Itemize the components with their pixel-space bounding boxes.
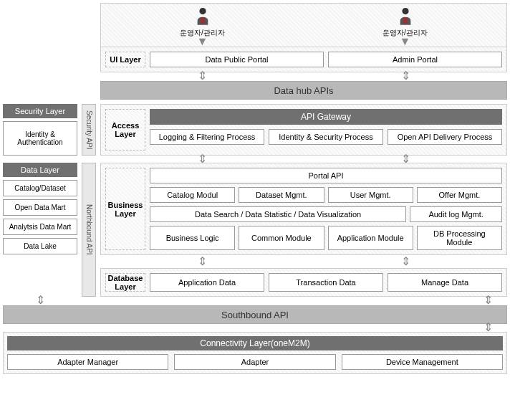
manage-data: Manage Data	[388, 273, 502, 292]
catalog-module: Catalog Modul	[150, 187, 235, 203]
arrow-down-icon: ▼	[382, 38, 428, 45]
bidir-arrow-icon: ⇕	[401, 156, 410, 163]
person-icon	[195, 6, 211, 25]
bidir-arrow-icon: ⇕	[198, 258, 207, 265]
security-api-label: Security API	[82, 104, 96, 156]
adapter: Adapter	[174, 354, 335, 370]
bidir-arrow-icon: ⇕	[401, 72, 410, 80]
api-gateway: API Gateway	[150, 109, 502, 125]
user-mgmt: User Mgmt.	[328, 187, 413, 203]
bidir-arrow-icon: ⇕	[483, 321, 493, 333]
adapter-manager: Adapter Manager	[7, 354, 168, 370]
transaction-data: Transaction Data	[269, 273, 383, 292]
business-layer-label: Business Layer	[105, 168, 145, 250]
arrow-down-icon: ▼	[180, 38, 225, 45]
device-management: Device Management	[342, 354, 503, 370]
bidir-arrow-icon: ⇕	[198, 156, 207, 163]
application-module: Application Module	[328, 226, 413, 250]
data-public-portal: Data Public Portal	[150, 52, 324, 67]
data-hub-apis-bar: Data hub APIs	[100, 81, 507, 100]
logging-filtering: Logging & Filtering Process	[150, 129, 264, 145]
business-logic: Business Logic	[150, 226, 235, 250]
common-module: Common Module	[239, 226, 324, 250]
open-data-mart: Open Data Mart	[3, 199, 77, 216]
identity-auth-box: Identity & Authentication	[3, 121, 77, 156]
data-search-stat-viz: Data Search / Data Statistic / Data Visu…	[150, 206, 406, 222]
bidir-arrow-icon: ⇕	[198, 72, 207, 80]
access-layer-label: Access Layer	[105, 109, 145, 151]
analysis-data-mart: Analytsis Data Mart	[3, 219, 77, 235]
bidir-arrow-icon: ⇕	[483, 294, 493, 306]
database-layer-label: Database Layer	[105, 273, 145, 292]
bidir-arrow-icon: ⇕	[3, 297, 77, 305]
offer-mgmt: Offer Mgmt.	[417, 187, 502, 203]
connectivity-header: Connectivity Layer(oneM2M)	[7, 336, 503, 350]
portal-api: Portal API	[150, 168, 502, 183]
svg-point-2	[402, 8, 408, 14]
data-layer-header: Data Layer	[3, 163, 77, 177]
svg-rect-3	[403, 18, 408, 24]
security-layer-header: Security Layer	[3, 104, 77, 118]
audit-log-mgmt: Audit log Mgmt.	[410, 206, 502, 222]
db-processing-module: DB Processing Module	[417, 226, 502, 250]
ui-layer-label: UI Layer	[105, 52, 145, 67]
bidir-arrow-icon: ⇕	[401, 258, 410, 265]
northbound-api-label: Northbound API	[82, 163, 96, 297]
data-lake: Data Lake	[3, 238, 77, 254]
svg-point-0	[199, 8, 206, 14]
identity-security: Identity & Security Process	[269, 129, 383, 145]
person-icon	[398, 6, 413, 25]
admin-portal: Admin Portal	[328, 52, 502, 67]
southbound-api-bar: Southbound API	[3, 305, 507, 324]
dataset-mgmt: Dataset Mgmt.	[239, 187, 324, 203]
catalog-dataset: Catalog/Dataset	[3, 180, 77, 196]
svg-rect-1	[201, 18, 205, 24]
application-data: Application Data	[150, 273, 264, 292]
open-api-delivery: Open API Delivery Process	[388, 129, 502, 145]
